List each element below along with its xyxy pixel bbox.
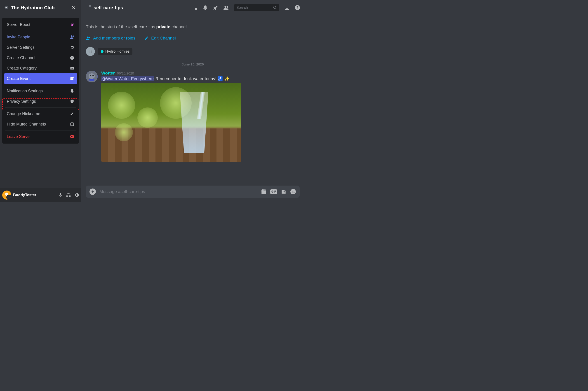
svg-rect-25 (89, 79, 94, 81)
menu-divider (5, 85, 76, 85)
message-text-part: Remember to drink water today! (154, 76, 218, 81)
svg-rect-7 (70, 196, 71, 197)
user-avatar[interactable] (2, 191, 11, 199)
svg-point-30 (291, 189, 296, 194)
hash-lock-icon (85, 5, 91, 11)
search-input[interactable]: Search (234, 4, 279, 11)
svg-point-23 (90, 75, 91, 76)
bell-icon (70, 89, 75, 94)
svg-rect-8 (89, 5, 91, 7)
checkbox-empty-icon (70, 122, 75, 127)
members-icon[interactable] (223, 5, 229, 11)
svg-point-17 (89, 37, 90, 38)
search-icon (273, 6, 277, 10)
menu-divider (5, 130, 76, 130)
settings-gear-icon[interactable] (74, 193, 79, 197)
svg-point-11 (224, 6, 226, 8)
svg-point-13 (274, 6, 276, 8)
message-timestamp: 06/25/2020 (117, 71, 134, 75)
svg-point-16 (87, 37, 89, 38)
menu-create-category[interactable]: Create Category (4, 63, 77, 73)
channel-header: self-care-tips Search (81, 0, 304, 15)
svg-point-29 (284, 191, 285, 192)
message-text: @Water Water Everywhere Remember to drin… (101, 76, 300, 81)
menu-divider (5, 31, 76, 31)
deafen-headphones-icon[interactable] (66, 193, 71, 197)
sticker-icon[interactable] (281, 189, 287, 195)
message-author[interactable]: Wotter (101, 71, 115, 76)
svg-rect-4 (71, 123, 73, 125)
mute-mic-icon[interactable] (58, 193, 63, 197)
menu-server-boost[interactable]: Server Boost (4, 19, 77, 30)
close-icon[interactable] (70, 4, 77, 11)
gift-icon[interactable] (261, 189, 267, 195)
attach-plus-icon[interactable]: + (90, 189, 96, 195)
svg-point-12 (227, 6, 228, 8)
date-divider: June 25, 2020 (86, 62, 300, 66)
menu-invite-people[interactable]: Invite People (4, 32, 77, 42)
message-composer[interactable]: + Message #self-care-tips GIF (86, 186, 300, 198)
channel-welcome-subtitle: This is the start of the #self-care-tips… (86, 24, 300, 29)
search-placeholder: Search (236, 6, 273, 10)
menu-label: Create Event (7, 76, 30, 81)
menu-label: Invite People (7, 35, 30, 39)
people-icon (86, 36, 91, 41)
link-label: Edit Channel (151, 36, 176, 41)
svg-point-0 (71, 35, 73, 37)
gif-button[interactable]: GIF (270, 190, 277, 194)
plus-circle-icon (70, 55, 75, 60)
role-chip[interactable]: Hydro Homies (98, 48, 133, 55)
emoji-picker-icon[interactable] (290, 189, 296, 195)
welcome-text: channel. (170, 24, 188, 29)
invite-person-icon (70, 35, 75, 39)
date-divider-label: June 25, 2020 (179, 62, 206, 66)
message-avatar[interactable] (86, 71, 98, 82)
menu-label: Notification Settings (7, 89, 43, 94)
gear-icon (70, 45, 75, 50)
emoji-potable-water: 🚰 (218, 76, 223, 81)
menu-label: Leave Server (7, 134, 31, 139)
menu-privacy-settings[interactable]: Privacy Settings (4, 96, 77, 106)
svg-point-24 (92, 75, 94, 76)
menu-change-nickname[interactable]: Change Nickname (4, 108, 77, 119)
server-header[interactable]: The Hydration Club (0, 0, 81, 15)
menu-create-event[interactable]: Create Event (4, 73, 77, 84)
menu-divider (5, 107, 76, 108)
message-attachment-image[interactable] (101, 83, 241, 162)
svg-point-19 (89, 51, 90, 51)
threads-icon[interactable] (192, 5, 197, 11)
user-mention[interactable]: @Water Water Everywhere (101, 76, 154, 81)
leave-icon (70, 134, 75, 139)
svg-rect-6 (67, 196, 68, 197)
role-avatar[interactable] (86, 47, 95, 56)
welcome-text: This is the start of the #self-care-tips (86, 24, 156, 29)
composer-placeholder: Message #self-care-tips (99, 189, 257, 194)
edit-channel-link[interactable]: Edit Channel (145, 36, 176, 41)
svg-point-3 (72, 101, 72, 101)
help-icon[interactable]: ? (295, 5, 300, 10)
main-content: self-care-tips Search (81, 0, 304, 202)
svg-point-28 (283, 191, 283, 192)
menu-leave-server[interactable]: Leave Server (4, 131, 77, 142)
boost-icon (70, 22, 75, 27)
pin-icon[interactable] (213, 5, 218, 10)
menu-hide-muted-channels[interactable]: Hide Muted Channels (4, 119, 77, 129)
svg-rect-2 (71, 77, 73, 80)
message: Wotter 06/25/2020 @Water Water Everywher… (86, 71, 300, 162)
menu-label: Create Category (7, 66, 37, 71)
inbox-icon[interactable] (284, 5, 290, 10)
notification-bell-icon[interactable] (202, 5, 208, 10)
svg-point-20 (91, 51, 92, 51)
menu-create-channel[interactable]: Create Channel (4, 53, 77, 63)
calendar-plus-icon (70, 76, 75, 81)
add-members-link[interactable]: Add members or roles (86, 36, 135, 41)
channel-content: This is the start of the #self-care-tips… (81, 15, 304, 181)
channel-role-row: Hydro Homies (86, 47, 300, 56)
user-name: BuddyTester (13, 193, 56, 197)
menu-label: Create Channel (7, 56, 35, 60)
svg-point-32 (294, 191, 294, 192)
verified-badge-icon (4, 5, 8, 10)
menu-notification-settings[interactable]: Notification Settings (4, 86, 77, 96)
menu-label: Server Boost (7, 22, 30, 27)
menu-server-settings[interactable]: Server Settings (4, 42, 77, 53)
